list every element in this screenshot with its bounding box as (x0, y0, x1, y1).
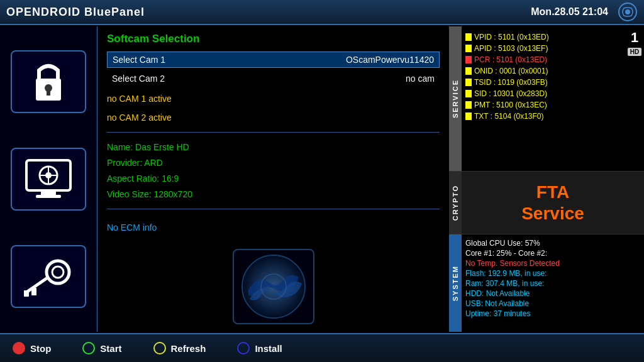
lock-icon-box (11, 50, 86, 113)
svg-rect-6 (41, 190, 56, 195)
usb-row: USB: Not Available (465, 299, 640, 309)
cam1-row[interactable]: Select Cam 1 OScamPowervu11420 (107, 52, 440, 68)
softcam-title: Softcam Selection (107, 33, 440, 45)
install-label: Install (255, 343, 282, 354)
cam2-status: no CAM 2 active (107, 111, 440, 124)
svg-point-1 (625, 9, 630, 14)
cam2-label: Select Cam 2 (112, 74, 165, 84)
service-section: SERVICE VPID : 5101 (0x13ED) APID : 5103… (449, 26, 644, 171)
channel-name: Name: Das Erste HD (107, 141, 440, 153)
header-right: Mon.28.05 21:04 (531, 2, 638, 22)
temp-row: No Temp. Sensors Detected (465, 258, 640, 268)
stop-circle (13, 342, 25, 354)
middle-panel: Softcam Selection Select Cam 1 OScamPowe… (97, 26, 449, 332)
install-button[interactable]: Install (237, 342, 282, 354)
pmt-value: PMT : 5100 (0x13EC) (474, 101, 547, 109)
svg-rect-16 (24, 290, 29, 297)
fta-service-text: FTA Service (521, 182, 584, 224)
channel-video-size: Video Size: 1280x720 (107, 188, 440, 200)
cam2-row[interactable]: Select Cam 2 no cam (107, 71, 440, 86)
stop-label: Stop (30, 343, 51, 354)
crypto-section: CRYPTO FTA Service (449, 171, 644, 234)
app-title: OPENDROID BluePanel (6, 6, 145, 19)
txt-row: TXT : 5104 (0x13F0) (465, 111, 621, 122)
system-data: Global CPU Use: 57% Core #1: 25% - Core … (462, 234, 644, 332)
vpid-row: VPID : 5101 (0x13ED) (465, 31, 621, 43)
pcr-row: PCR : 5101 (0x13ED) (465, 54, 621, 65)
hdd-row: HDD: Not Available (465, 288, 640, 299)
stop-button[interactable]: Stop (13, 342, 51, 354)
key-icon (20, 255, 77, 299)
cam2-value: no cam (406, 74, 435, 84)
channel-provider: Provider: ARD (107, 156, 440, 169)
divider1 (107, 132, 440, 133)
uptime-row: Uptime: 37 minutes (465, 309, 640, 319)
service-label: SERVICE (452, 79, 459, 118)
system-label-bar: SYSTEM (449, 234, 462, 332)
cam1-label: Select Cam 1 (113, 55, 165, 65)
right-panel: SERVICE VPID : 5101 (0x13ED) APID : 5103… (449, 26, 644, 332)
key-icon-box (11, 245, 86, 308)
onid-value: ONID : 0001 (0x0001) (474, 67, 548, 75)
apid-row: APID : 5103 (0x13EF) (465, 43, 621, 54)
ecm-info: No ECM info (107, 222, 440, 233)
sid-value: SID : 10301 (0x283D) (474, 89, 547, 98)
hd-badge: HD (628, 48, 641, 56)
flash-row: Flash: 192.9 MB, in use: (465, 268, 640, 278)
pcr-value: PCR : 5101 (0x13ED) (474, 55, 547, 64)
txt-value: TXT : 5104 (0x13F0) (474, 112, 544, 121)
left-panel (0, 26, 97, 332)
divider2 (107, 209, 440, 209)
header: OPENDROID BluePanel Mon.28.05 21:04 (0, 0, 644, 25)
tsid-row: TSID : 1019 (0x03FB) (465, 77, 621, 88)
svg-rect-4 (47, 88, 50, 96)
cam1-status: no CAM 1 active (107, 92, 440, 105)
header-logo-icon (618, 2, 638, 22)
monitor-icon-box (11, 148, 86, 211)
crypto-content: FTA Service (462, 172, 644, 234)
start-button[interactable]: Start (82, 342, 121, 354)
sid-row: SID : 10301 (0x283D) (465, 88, 621, 99)
start-circle (82, 342, 95, 354)
channel-number: 1 (631, 30, 638, 46)
apid-value: APID : 5103 (0x13EF) (474, 44, 548, 53)
tsid-value: TSID : 1019 (0x03FB) (474, 78, 548, 87)
vpid-value: VPID : 5101 (0x13ED) (474, 33, 549, 41)
pmt-row: PMT : 5100 (0x13EC) (465, 99, 621, 111)
datetime: Mon.28.05 21:04 (531, 6, 608, 18)
svg-point-12 (47, 261, 69, 283)
refresh-circle (153, 342, 166, 354)
svg-rect-7 (36, 195, 61, 198)
footer: Stop Start Refresh Install (0, 333, 644, 362)
service-hd-area: 1 HD (625, 26, 644, 171)
install-circle (237, 342, 250, 354)
svg-point-13 (52, 266, 64, 278)
ram-row: Ram: 307.4 MB, in use: (465, 278, 640, 288)
onid-row: ONID : 0001 (0x0001) (465, 65, 621, 77)
svg-rect-15 (31, 288, 36, 295)
crypto-label-bar: CRYPTO (449, 172, 462, 234)
service-label-bar: SERVICE (449, 26, 462, 171)
refresh-button[interactable]: Refresh (153, 342, 206, 354)
system-label: SYSTEM (452, 265, 459, 301)
system-section: SYSTEM Global CPU Use: 57% Core #1: 25% … (449, 234, 644, 332)
start-label: Start (100, 343, 121, 354)
core-row: Core #1: 25% - Core #2: (465, 248, 640, 258)
monitor-icon (23, 157, 74, 201)
refresh-label: Refresh (171, 343, 206, 354)
main-content: Softcam Selection Select Cam 1 OScamPowe… (0, 26, 644, 332)
channel-aspect: Aspect Ratio: 16:9 (107, 172, 440, 185)
cpu-use-row: Global CPU Use: 57% (465, 238, 640, 248)
lock-icon (26, 57, 70, 107)
cam1-value: OScamPowervu11420 (346, 55, 434, 65)
service-data: VPID : 5101 (0x13ED) APID : 5103 (0x13EF… (462, 26, 625, 171)
crypto-label: CRYPTO (452, 185, 459, 221)
